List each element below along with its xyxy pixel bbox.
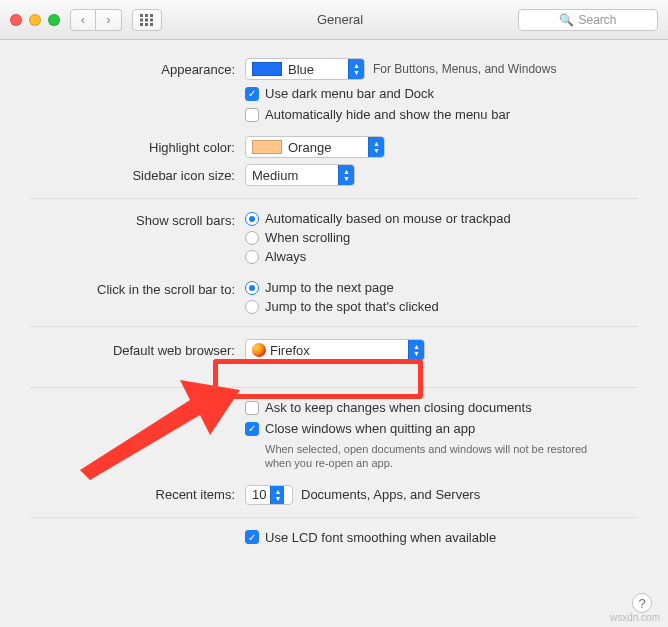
scrollbars-radiogroup: Automatically based on mouse or trackpad… [245,211,511,264]
appearance-swatch [252,62,282,76]
browser-popup[interactable]: Firefox ▲▼ [245,339,425,361]
svg-rect-2 [150,14,153,17]
show-all-button[interactable] [132,9,162,31]
chevron-updown-icon: ▲▼ [348,59,364,79]
svg-rect-6 [140,23,143,26]
checkbox-unchecked-icon [245,401,259,415]
nav-buttons: ‹ › [70,9,122,31]
checkbox-checked-icon: ✓ [245,422,259,436]
annotation-arrow-icon [60,380,240,480]
scrollclick-label: Click in the scroll bar to: [30,280,245,297]
close-windows-label: Close windows when quitting an app [265,421,475,436]
svg-marker-9 [80,380,240,480]
browser-value: Firefox [270,343,408,358]
appearance-label: Appearance: [30,62,245,77]
separator [30,517,638,518]
search-placeholder: Search [578,13,616,27]
svg-rect-1 [145,14,148,17]
help-button[interactable]: ? [632,593,652,613]
content: Appearance: Blue ▲▼ For Buttons, Menus, … [0,40,668,545]
svg-rect-8 [150,23,153,26]
sidebar-popup[interactable]: Medium ▲▼ [245,164,355,186]
grid-icon [140,14,154,26]
appearance-popup[interactable]: Blue ▲▼ [245,58,365,80]
radio-checked-icon [245,281,259,295]
scrollclick-option-nextpage[interactable]: Jump to the next page [245,280,439,295]
ask-changes-checkbox[interactable]: Ask to keep changes when closing documen… [245,400,532,415]
radio-unchecked-icon [245,231,259,245]
watermark: wsxdn.com [610,612,660,623]
radio-unchecked-icon [245,250,259,264]
highlight-swatch [252,140,282,154]
highlight-popup[interactable]: Orange ▲▼ [245,136,385,158]
autohide-label: Automatically hide and show the menu bar [265,107,510,122]
svg-rect-7 [145,23,148,26]
window-title: General [172,12,508,27]
svg-rect-3 [140,18,143,21]
annotation-highlight-box [213,359,423,399]
chevron-updown-icon: ▲▼ [368,137,384,157]
zoom-icon[interactable] [48,14,60,26]
browser-label: Default web browser: [30,343,245,358]
svg-rect-5 [150,18,153,21]
window-controls [10,14,60,26]
titlebar: ‹ › General 🔍 Search [0,0,668,40]
sidebar-label: Sidebar icon size: [30,168,245,183]
lcd-checkbox[interactable]: ✓ Use LCD font smoothing when available [245,530,496,545]
radio-checked-icon [245,212,259,226]
lcd-label: Use LCD font smoothing when available [265,530,496,545]
forward-button[interactable]: › [96,9,122,31]
recent-value: 10 [252,487,266,502]
chevron-updown-icon: ▲▼ [270,486,284,504]
close-windows-hint: When selected, open documents and window… [265,442,605,471]
checkbox-checked-icon: ✓ [245,87,259,101]
checkbox-checked-icon: ✓ [245,530,259,544]
scrollclick-radiogroup: Jump to the next page Jump to the spot t… [245,280,439,314]
recent-stepper[interactable]: 10 ▲▼ [245,485,293,505]
scrollbars-option-always[interactable]: Always [245,249,511,264]
close-windows-checkbox[interactable]: ✓ Close windows when quitting an app [245,421,475,436]
dark-menu-label: Use dark menu bar and Dock [265,86,434,101]
recent-label: Recent items: [30,487,245,502]
search-icon: 🔍 [559,13,574,27]
back-button[interactable]: ‹ [70,9,96,31]
scrollbars-option-scrolling[interactable]: When scrolling [245,230,511,245]
search-input[interactable]: 🔍 Search [518,9,658,31]
dark-menu-checkbox[interactable]: ✓ Use dark menu bar and Dock [245,86,434,101]
scrollbars-option-auto[interactable]: Automatically based on mouse or trackpad [245,211,511,226]
autohide-checkbox[interactable]: Automatically hide and show the menu bar [245,107,510,122]
scrollclick-option-spot[interactable]: Jump to the spot that's clicked [245,299,439,314]
chevron-updown-icon: ▲▼ [408,340,424,360]
appearance-hint: For Buttons, Menus, and Windows [373,62,556,76]
close-icon[interactable] [10,14,22,26]
firefox-icon [252,343,266,357]
highlight-value: Orange [282,140,368,155]
scrollbars-label: Show scroll bars: [30,211,245,228]
highlight-label: Highlight color: [30,140,245,155]
chevron-updown-icon: ▲▼ [338,165,354,185]
svg-rect-0 [140,14,143,17]
sidebar-value: Medium [252,168,338,183]
separator [30,326,638,327]
minimize-icon[interactable] [29,14,41,26]
appearance-value: Blue [282,62,348,77]
recent-hint: Documents, Apps, and Servers [301,487,480,502]
ask-changes-label: Ask to keep changes when closing documen… [265,400,532,415]
svg-rect-4 [145,18,148,21]
separator [30,198,638,199]
radio-unchecked-icon [245,300,259,314]
checkbox-unchecked-icon [245,108,259,122]
